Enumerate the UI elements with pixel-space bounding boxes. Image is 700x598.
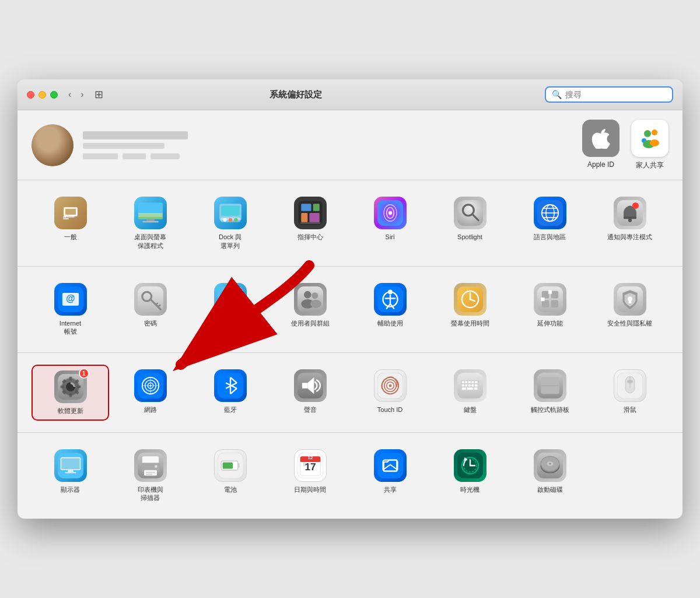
- keyboard-label: 鍵盤: [464, 405, 477, 414]
- desktop-icon: [134, 197, 167, 229]
- grid-section-row3: 1 軟體更新: [18, 353, 682, 433]
- spotlight-label: Spotlight: [457, 233, 482, 241]
- pref-grid-row4: 顯示器: [32, 445, 668, 507]
- svg-point-59: [304, 291, 312, 299]
- trackpad-icon-svg: [537, 373, 563, 398]
- svg-rect-57: [222, 302, 229, 304]
- svg-rect-9: [63, 218, 69, 219]
- family-sharing-icon-box: [631, 120, 668, 157]
- svg-point-21: [234, 218, 237, 222]
- security-icon: [614, 283, 646, 316]
- pref-item-software[interactable]: 1 軟體更新: [32, 365, 109, 421]
- profile-left: [32, 124, 188, 166]
- pref-item-internet[interactable]: @ Internet帳號: [32, 278, 109, 341]
- pref-item-desktop[interactable]: 桌面與螢幕保護程式: [111, 192, 189, 254]
- avatar-image: [32, 124, 74, 166]
- svg-point-19: [223, 218, 226, 222]
- minimize-button[interactable]: [38, 91, 46, 99]
- security-label: 安全性與隱私權: [607, 319, 652, 327]
- pref-item-general[interactable]: 一般: [32, 192, 109, 254]
- pref-item-spotlight[interactable]: Spotlight: [431, 192, 509, 254]
- pref-item-mouse[interactable]: 滑鼠: [591, 365, 668, 421]
- svg-point-20: [228, 218, 232, 222]
- startup-icon-svg: [537, 453, 563, 478]
- svg-rect-123: [471, 381, 474, 383]
- pref-item-printer[interactable]: 印表機與掃描器: [111, 445, 189, 507]
- svg-rect-163: [377, 453, 403, 478]
- pref-item-language[interactable]: 語言與地區: [511, 192, 589, 254]
- bluetooth-label: 藍牙: [224, 405, 237, 414]
- timemachine-icon-svg: [457, 453, 483, 478]
- pref-item-keyboard[interactable]: 鍵盤: [431, 365, 509, 421]
- pref-item-touchid[interactable]: Touch ID: [351, 365, 429, 421]
- pref-item-bluetooth[interactable]: 藍牙: [191, 365, 269, 421]
- pref-item-display[interactable]: 顯示器: [32, 445, 109, 507]
- svg-point-74: [469, 298, 471, 300]
- svg-rect-81: [541, 298, 544, 301]
- touchid-label: Touch ID: [377, 405, 402, 414]
- display-icon-svg: [58, 453, 83, 478]
- close-button[interactable]: [27, 91, 34, 99]
- pref-item-sharing[interactable]: 共享: [351, 445, 429, 507]
- search-box[interactable]: 🔍: [545, 86, 673, 103]
- svg-rect-146: [142, 456, 158, 464]
- internet-label: Internet帳號: [60, 319, 81, 336]
- pref-item-datetime[interactable]: 12 17 日 一 二 日期與時間: [271, 445, 349, 507]
- pref-item-screentime[interactable]: 螢幕使用時間: [431, 278, 509, 341]
- general-icon: [54, 197, 87, 229]
- pref-item-passwords[interactable]: 密碼: [111, 278, 189, 341]
- mouse-icon-svg: [617, 373, 643, 398]
- battery-icon-svg: [218, 453, 243, 478]
- extensions-icon: [534, 283, 566, 316]
- svg-rect-7: [63, 216, 66, 218]
- network-label: 網路: [144, 405, 157, 414]
- svg-point-117: [388, 384, 391, 387]
- accessibility-icon: [374, 283, 407, 316]
- svg-rect-124: [474, 381, 477, 383]
- datetime-label: 日期與時間: [294, 485, 326, 494]
- trackpad-icon: [534, 369, 566, 402]
- datetime-icon-svg: 12 17 日 一 二: [298, 453, 323, 478]
- pref-item-startup[interactable]: 啟動磁碟: [511, 445, 589, 507]
- general-label: 一般: [64, 233, 77, 241]
- pref-item-siri[interactable]: Siri: [351, 192, 429, 254]
- svg-rect-127: [468, 384, 470, 386]
- svg-rect-122: [468, 381, 470, 383]
- svg-rect-56: [221, 298, 239, 299]
- search-input[interactable]: [565, 90, 666, 99]
- pref-item-network[interactable]: 網路: [111, 365, 189, 421]
- pref-grid-row2: @ Internet帳號: [32, 278, 668, 341]
- pref-item-security[interactable]: 安全性與隱私權: [591, 278, 668, 341]
- family-sharing-item[interactable]: 家人共享: [631, 120, 668, 170]
- svg-rect-8: [66, 216, 75, 218]
- pref-item-dock[interactable]: Dock 與選單列: [191, 192, 269, 254]
- svg-rect-23: [301, 204, 311, 212]
- profile-sub-bar1: [83, 153, 118, 159]
- pref-item-trackpad[interactable]: 觸控式軌跡板: [511, 365, 589, 421]
- siri-icon: [374, 197, 407, 229]
- pref-item-timemachine[interactable]: 時光機: [431, 445, 509, 507]
- pref-item-accessibility[interactable]: 輔助使用: [351, 278, 429, 341]
- pref-item-extensions[interactable]: 延伸功能: [511, 278, 589, 341]
- apple-id-label: Apple ID: [587, 160, 614, 169]
- software-icon: 1: [54, 370, 87, 403]
- pref-item-sound[interactable]: 聲音: [271, 365, 349, 421]
- extensions-icon-svg: [537, 286, 563, 312]
- network-icon: [134, 369, 167, 402]
- language-icon-svg: [537, 200, 563, 226]
- siri-label: Siri: [386, 233, 395, 241]
- svg-rect-93: [77, 385, 80, 388]
- profile-right: Apple ID 家人共享: [582, 120, 668, 170]
- search-icon: 🔍: [552, 90, 562, 99]
- mission-icon: [294, 197, 327, 229]
- pref-item-wallet[interactable]: 錢包與Apple Pay: [191, 278, 269, 341]
- pref-item-users[interactable]: 使用者與群組: [271, 278, 349, 341]
- trackpad-label: 觸控式軌跡板: [531, 405, 569, 414]
- svg-rect-32: [457, 200, 483, 226]
- pref-item-notification[interactable]: 通知與專注模式: [591, 192, 668, 254]
- display-label: 顯示器: [61, 485, 80, 494]
- pref-item-battery[interactable]: 電池: [191, 445, 269, 507]
- sharing-icon-svg: [377, 453, 403, 478]
- pref-item-mission[interactable]: 指揮中心: [271, 192, 349, 254]
- apple-id-item[interactable]: Apple ID: [582, 120, 620, 170]
